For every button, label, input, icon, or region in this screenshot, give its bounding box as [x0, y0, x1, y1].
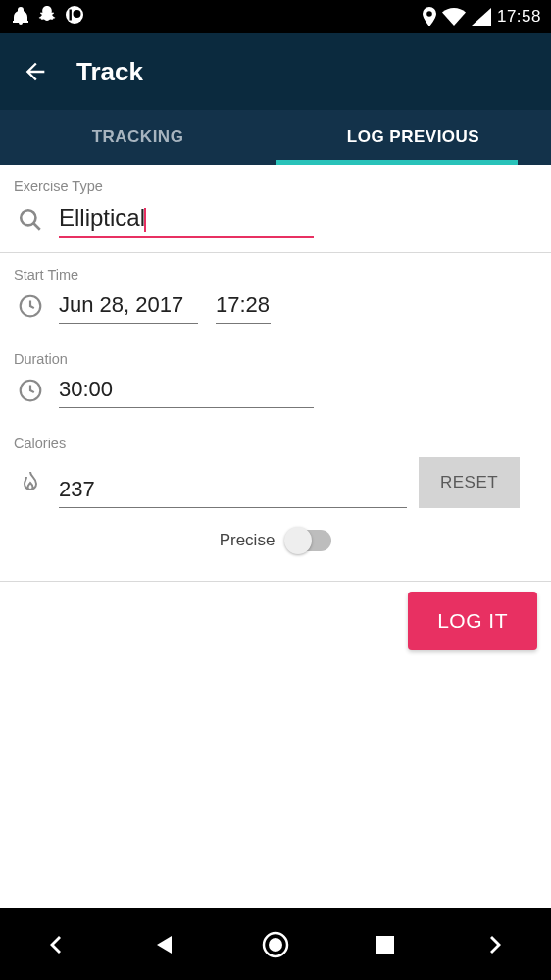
exercise-type-input[interactable]: Elliptical — [59, 200, 314, 238]
precise-label: Precise — [220, 531, 276, 550]
status-right-icons: 17:58 — [423, 7, 543, 26]
precise-toggle[interactable] — [286, 530, 331, 551]
duration-input[interactable]: 30:00 — [59, 373, 314, 408]
snapchat-icon — [37, 5, 57, 28]
android-nav-bar — [0, 908, 551, 980]
clock-icon — [14, 378, 47, 403]
calories-label: Calories — [0, 422, 551, 457]
log-it-button[interactable]: LOG IT — [408, 592, 537, 650]
cell-signal-icon — [472, 8, 491, 26]
tabs: TRACKING LOG PREVIOUS — [0, 110, 551, 165]
svg-point-2 — [74, 10, 81, 18]
reset-button[interactable]: RESET — [419, 457, 520, 508]
log-previous-form: Exercise Type Elliptical Start Time Jun … — [0, 165, 551, 980]
toggle-knob — [284, 527, 312, 554]
nav-next-chevron[interactable] — [469, 917, 524, 972]
search-icon — [14, 207, 47, 232]
calories-input[interactable]: 237 — [59, 473, 407, 508]
status-bar: 17:58 — [0, 0, 551, 33]
ringer-icon — [12, 5, 29, 28]
clock-icon — [14, 293, 47, 319]
nav-home[interactable] — [248, 917, 303, 972]
tab-tracking[interactable]: TRACKING — [0, 110, 276, 165]
flame-icon — [14, 470, 47, 495]
back-button[interactable] — [18, 54, 53, 89]
nav-prev-chevron[interactable] — [27, 917, 82, 972]
status-left-icons — [8, 5, 84, 28]
svg-rect-1 — [70, 10, 72, 21]
tab-indicator — [276, 160, 518, 165]
svg-rect-7 — [376, 936, 394, 954]
start-time-input[interactable]: 17:28 — [216, 288, 271, 324]
page-title: Track — [76, 57, 143, 87]
status-clock: 17:58 — [497, 7, 541, 26]
nav-back[interactable] — [138, 917, 193, 972]
exercise-type-value: Elliptical — [59, 204, 145, 231]
patreon-icon — [65, 5, 84, 28]
text-cursor — [144, 208, 146, 232]
tab-log-previous[interactable]: LOG PREVIOUS — [276, 110, 551, 165]
svg-point-6 — [269, 938, 282, 952]
exercise-type-label: Exercise Type — [0, 165, 551, 200]
wifi-icon — [442, 8, 466, 26]
duration-label: Duration — [0, 337, 551, 373]
app-header: Track — [0, 33, 551, 110]
nav-recent[interactable] — [358, 917, 413, 972]
start-time-label: Start Time — [0, 253, 551, 288]
start-date-input[interactable]: Jun 28, 2017 — [59, 288, 198, 324]
location-icon — [423, 7, 436, 26]
